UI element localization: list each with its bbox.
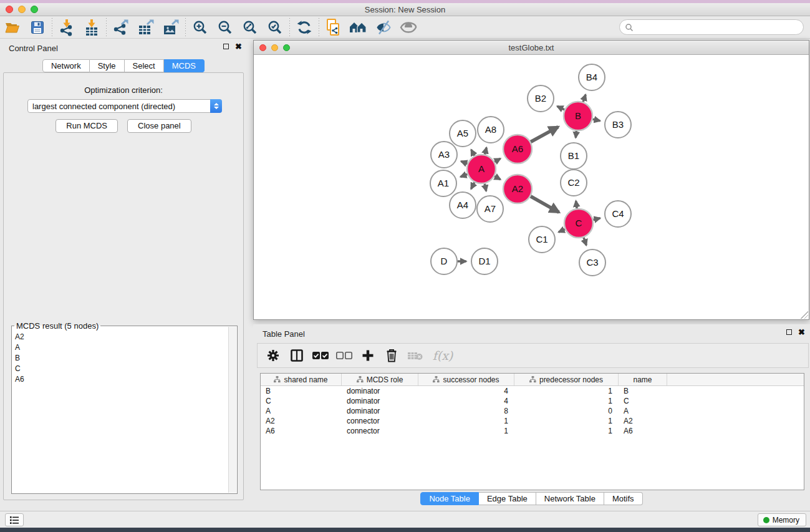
edge-A-A8[interactable] <box>485 148 487 155</box>
edge-B-B2[interactable] <box>557 106 565 109</box>
import-table-icon[interactable] <box>79 17 104 37</box>
table-cell[interactable]: B <box>619 386 667 396</box>
search-input[interactable] <box>634 23 789 32</box>
open-file-icon[interactable] <box>0 17 25 37</box>
table-cell[interactable]: connector <box>342 416 418 426</box>
resize-grip[interactable] <box>801 311 808 319</box>
table-cell[interactable]: A6 <box>261 426 342 436</box>
table-row[interactable]: Bdominator41B <box>261 386 804 396</box>
export-network-icon[interactable] <box>108 17 133 37</box>
tab-network-table[interactable]: Network Table <box>536 492 604 505</box>
tab-edge-table[interactable]: Edge Table <box>479 492 536 505</box>
table-cell[interactable]: A <box>261 406 342 416</box>
table-row[interactable]: A6connector11A6 <box>261 426 804 436</box>
edge-A6-B[interactable] <box>531 127 558 142</box>
table-cell[interactable]: B <box>261 386 342 396</box>
search-field[interactable] <box>619 19 804 35</box>
table-cell[interactable]: 1 <box>514 386 619 396</box>
zoom-selected-icon[interactable] <box>263 17 287 37</box>
tab-mcds[interactable]: MCDS <box>164 59 205 72</box>
export-table-icon[interactable] <box>133 17 158 37</box>
table-cell[interactable]: 8 <box>418 406 514 416</box>
save-session-icon[interactable] <box>25 17 50 37</box>
node-table[interactable]: shared nameMCDS rolesuccessor nodesprede… <box>260 373 804 490</box>
columns-icon[interactable] <box>286 346 307 365</box>
tab-network[interactable]: Network <box>42 59 90 72</box>
add-column-icon[interactable] <box>357 346 378 365</box>
edge-C-C3[interactable] <box>584 238 586 246</box>
edge-C-C2[interactable] <box>576 201 577 208</box>
table-cell[interactable]: 1 <box>514 416 619 426</box>
table-row[interactable]: A2connector11A2 <box>261 416 804 426</box>
tab-select[interactable]: Select <box>125 59 164 72</box>
close-panel-icon[interactable]: ✖ <box>235 44 242 49</box>
edge-C-C4[interactable] <box>593 218 600 220</box>
table-cell[interactable]: A2 <box>261 416 342 426</box>
tab-style[interactable]: Style <box>90 59 125 72</box>
edge-B-B1[interactable] <box>576 131 576 138</box>
float-panel-icon[interactable] <box>223 44 229 49</box>
tab-node-table[interactable]: Node Table <box>420 492 479 505</box>
zoom-out-icon[interactable] <box>213 17 238 37</box>
table-cell[interactable]: A2 <box>619 416 667 426</box>
edge-A-A5[interactable] <box>471 150 475 156</box>
table-cell[interactable]: C <box>619 396 667 406</box>
edge-A-A1[interactable] <box>461 174 468 177</box>
edge-A-A6[interactable] <box>494 158 500 162</box>
table-cell[interactable]: 0 <box>514 406 619 416</box>
edge-A-A4[interactable] <box>471 182 475 189</box>
table-cell[interactable]: 1 <box>514 396 619 406</box>
duplicate-network-icon[interactable] <box>321 17 346 37</box>
table-cell[interactable]: 1 <box>514 426 619 436</box>
column-header-name[interactable]: name <box>619 374 667 385</box>
close-table-panel-icon[interactable]: ✖ <box>798 329 805 335</box>
delete-table-icon[interactable] <box>405 346 426 365</box>
network-canvas[interactable]: B4B2BB3A8A5A6A3B1AC2A1A2A4A7C4CC1C3DD1 <box>254 55 809 319</box>
function-builder-icon[interactable]: f(x) <box>428 346 457 365</box>
select-all-icon[interactable] <box>310 346 331 365</box>
edge-A-A3[interactable] <box>461 162 467 164</box>
run-mcds-button[interactable]: Run MCDS <box>55 119 118 133</box>
result-item[interactable]: C <box>13 363 228 374</box>
table-cell[interactable]: dominator <box>342 396 418 406</box>
column-header-shared-name[interactable]: shared name <box>261 374 342 385</box>
network-window-titlebar[interactable]: testGlobe.txt <box>254 41 809 55</box>
table-row[interactable]: Cdominator41C <box>261 396 804 406</box>
birds-eye-view-icon[interactable] <box>396 17 421 37</box>
table-cell[interactable]: connector <box>342 426 418 436</box>
table-cell[interactable]: dominator <box>342 406 418 416</box>
close-panel-button[interactable]: Close panel <box>127 119 191 133</box>
tab-motifs[interactable]: Motifs <box>604 492 643 505</box>
result-item[interactable]: A6 <box>13 374 228 384</box>
zoom-fit-icon[interactable] <box>238 17 263 37</box>
column-header-successor-nodes[interactable]: successor nodes <box>418 374 514 385</box>
import-network-icon[interactable] <box>54 17 79 37</box>
table-cell[interactable]: A6 <box>619 426 667 436</box>
result-scrollbar[interactable] <box>228 327 236 493</box>
float-table-panel-icon[interactable] <box>786 329 792 335</box>
first-neighbors-icon[interactable] <box>346 17 371 37</box>
edge-A2-C[interactable] <box>531 196 559 213</box>
mcds-result-list[interactable]: A2ABCA6 <box>13 331 228 492</box>
memory-button[interactable]: Memory <box>758 513 806 526</box>
edge-C-C1[interactable] <box>559 230 565 232</box>
table-cell[interactable]: 4 <box>418 396 514 406</box>
task-history-button[interactable] <box>5 513 24 526</box>
table-settings-icon[interactable] <box>263 346 284 365</box>
edge-B-B3[interactable] <box>592 119 600 121</box>
table-cell[interactable]: 1 <box>418 416 514 426</box>
table-cell[interactable]: A <box>619 406 667 416</box>
column-header-MCDS-role[interactable]: MCDS role <box>342 374 418 385</box>
table-cell[interactable]: C <box>261 396 342 406</box>
network-graph[interactable]: B4B2BB3A8A5A6A3B1AC2A1A2A4A7C4CC1C3DD1 <box>254 55 809 319</box>
column-header-predecessor-nodes[interactable]: predecessor nodes <box>514 374 619 385</box>
delete-column-icon[interactable] <box>381 346 402 365</box>
table-cell[interactable]: 4 <box>418 386 514 396</box>
table-cell[interactable]: dominator <box>342 386 418 396</box>
deselect-all-icon[interactable] <box>334 346 355 365</box>
result-item[interactable]: A2 <box>13 331 228 342</box>
edge-A-A7[interactable] <box>485 183 486 191</box>
result-item[interactable]: B <box>13 352 228 363</box>
hide-graphics-details-icon[interactable] <box>371 17 396 37</box>
edge-B-B4[interactable] <box>583 95 586 102</box>
